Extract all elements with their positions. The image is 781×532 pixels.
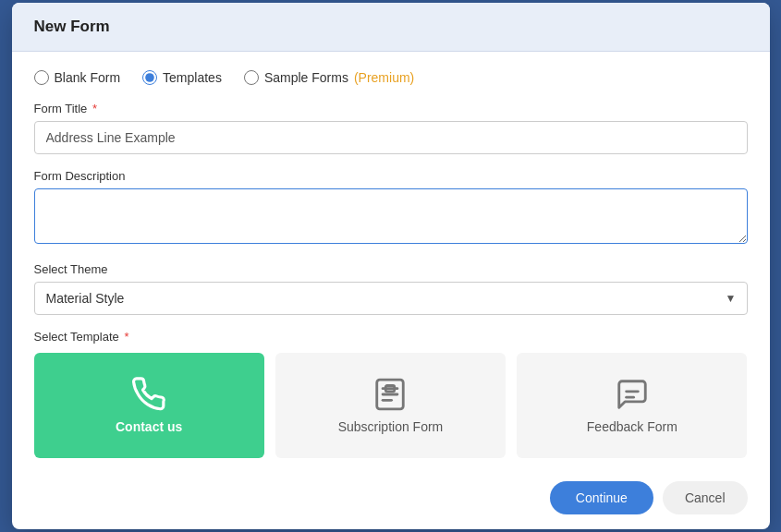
premium-badge: (Premium) bbox=[354, 70, 414, 85]
template-card-subscription[interactable]: Subscription Form bbox=[275, 353, 506, 458]
cancel-button[interactable]: Cancel bbox=[663, 481, 748, 514]
select-template-group: Select Template * Contact us bbox=[34, 330, 748, 458]
form-title-group: Form Title * bbox=[34, 102, 748, 154]
modal-title: New Form bbox=[34, 18, 110, 35]
radio-blank-label: Blank Form bbox=[55, 70, 121, 85]
select-template-label: Select Template * bbox=[34, 330, 748, 344]
modal-header: New Form bbox=[12, 3, 770, 52]
radio-templates-label: Templates bbox=[163, 70, 222, 85]
template-subscription-label: Subscription Form bbox=[338, 419, 444, 434]
radio-sample-label: Sample Forms bbox=[264, 70, 348, 85]
radio-sample-forms[interactable]: Sample Forms (Premium) bbox=[244, 70, 414, 85]
template-card-contact[interactable]: Contact us bbox=[34, 353, 264, 458]
form-type-radio-group: Blank Form Templates Sample Forms (Premi… bbox=[34, 70, 748, 85]
radio-templates[interactable]: Templates bbox=[142, 70, 222, 85]
radio-sample-input[interactable] bbox=[244, 70, 259, 85]
form-title-input[interactable] bbox=[34, 121, 748, 154]
chat-icon bbox=[615, 377, 650, 412]
template-contact-label: Contact us bbox=[116, 419, 182, 434]
select-theme-wrapper: Material Style Classic Bootstrap ▼ bbox=[34, 282, 748, 315]
continue-button[interactable]: Continue bbox=[550, 481, 653, 514]
phone-icon bbox=[131, 377, 166, 412]
form-description-group: Form Description bbox=[34, 169, 748, 248]
modal-footer: Continue Cancel bbox=[12, 470, 770, 529]
radio-templates-input[interactable] bbox=[142, 70, 157, 85]
template-card-feedback[interactable]: Feedback Form bbox=[517, 353, 747, 458]
select-theme-group: Select Theme Material Style Classic Boot… bbox=[34, 262, 748, 315]
template-grid: Contact us Subscription Form bbox=[34, 353, 748, 458]
select-theme-label: Select Theme bbox=[34, 262, 748, 276]
form-description-label: Form Description bbox=[34, 169, 748, 183]
radio-blank-input[interactable] bbox=[34, 70, 49, 85]
doc-icon bbox=[372, 377, 408, 412]
select-theme-dropdown[interactable]: Material Style Classic Bootstrap bbox=[34, 282, 748, 315]
form-title-label: Form Title * bbox=[34, 102, 748, 115]
form-description-input[interactable] bbox=[34, 188, 748, 244]
required-star-title: * bbox=[92, 102, 97, 115]
template-feedback-label: Feedback Form bbox=[587, 419, 677, 434]
new-form-modal: New Form Blank Form Templates Sample For… bbox=[12, 3, 770, 529]
radio-blank-form[interactable]: Blank Form bbox=[34, 70, 121, 85]
modal-body: Blank Form Templates Sample Forms (Premi… bbox=[12, 52, 770, 470]
modal-overlay: New Form Blank Form Templates Sample For… bbox=[0, 0, 781, 532]
required-star-template: * bbox=[124, 330, 128, 344]
